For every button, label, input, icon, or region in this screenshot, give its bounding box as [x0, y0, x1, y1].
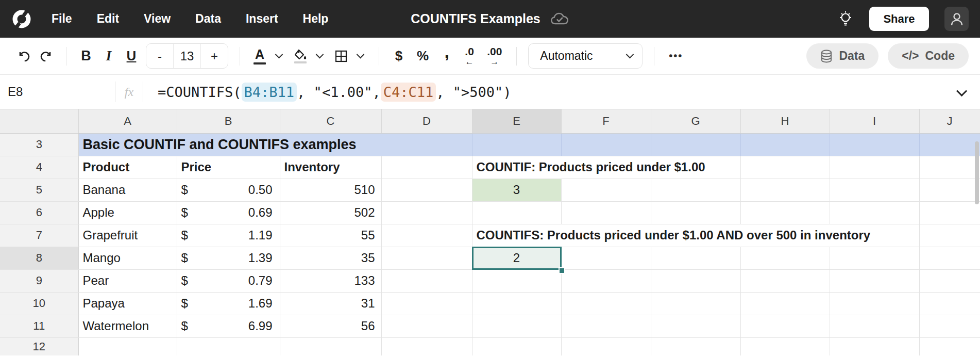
cell-J7[interactable]	[919, 224, 980, 247]
chevron-down-icon[interactable]	[275, 51, 283, 59]
menu-insert[interactable]: Insert	[246, 12, 278, 26]
row-header-4[interactable]: 4	[0, 156, 78, 179]
cell-B4[interactable]: Price	[177, 156, 280, 179]
cell-J6[interactable]	[919, 201, 980, 224]
cell-B7[interactable]: $1.19	[177, 224, 280, 247]
cell-H12[interactable]	[740, 337, 830, 355]
cell-D4[interactable]	[381, 156, 472, 179]
cell-H10[interactable]	[740, 292, 830, 315]
cell-A5[interactable]: Banana	[78, 179, 177, 201]
cell-C4[interactable]: Inventory	[280, 156, 381, 179]
cell-J10[interactable]	[919, 292, 980, 315]
tips-lightbulb-button[interactable]	[834, 8, 857, 30]
column-header-E[interactable]: E	[472, 109, 561, 133]
cell-A9[interactable]: Pear	[78, 269, 177, 292]
cell-I11[interactable]	[830, 315, 919, 337]
row-header-6[interactable]: 6	[0, 201, 78, 224]
cell-A4[interactable]: Product	[78, 156, 177, 179]
cell-H5[interactable]	[740, 179, 830, 201]
cell-E8-selected[interactable]: 2	[472, 247, 561, 269]
formula-bar-expand-chevron[interactable]	[956, 86, 967, 96]
cell-D11[interactable]	[381, 315, 472, 337]
text-color-button[interactable]: A	[248, 44, 271, 68]
menu-view[interactable]: View	[144, 12, 171, 26]
column-header-F[interactable]: F	[561, 109, 651, 133]
cell-D9[interactable]	[381, 269, 472, 292]
italic-button[interactable]: I	[97, 44, 120, 68]
cell-E4[interactable]: COUNTIF: Products priced under $1.00	[472, 156, 561, 179]
cell-B6[interactable]: $0.69	[177, 201, 280, 224]
chevron-down-icon[interactable]	[357, 51, 365, 59]
menu-help[interactable]: Help	[303, 12, 329, 26]
cell-D8[interactable]	[381, 247, 472, 269]
cell-B8[interactable]: $1.39	[177, 247, 280, 269]
comma-format-button[interactable]: ,	[435, 40, 458, 64]
cell-A3[interactable]: Basic COUNTIF and COUNTIFS examples	[78, 133, 177, 156]
cell-F3[interactable]	[561, 133, 651, 156]
cell-F8[interactable]	[561, 247, 651, 269]
cell-G8[interactable]	[651, 247, 740, 269]
cell-C8[interactable]: 35	[280, 247, 381, 269]
column-header-D[interactable]: D	[381, 109, 472, 133]
cell-E9[interactable]	[472, 269, 561, 292]
cell-E5[interactable]: 3	[472, 179, 561, 201]
cell-H11[interactable]	[740, 315, 830, 337]
menu-edit[interactable]: Edit	[97, 12, 119, 26]
menu-file[interactable]: File	[52, 12, 72, 26]
decrease-decimals-button[interactable]: .0 ←	[458, 44, 481, 68]
underline-button[interactable]: U	[120, 44, 143, 68]
cell-D6[interactable]	[381, 201, 472, 224]
cell-D5[interactable]	[381, 179, 472, 201]
column-header-B[interactable]: B	[177, 109, 280, 133]
vertical-scrollbar-thumb[interactable]	[975, 141, 979, 204]
cell-A12[interactable]	[78, 337, 177, 355]
cell-F5[interactable]	[561, 179, 651, 201]
cell-H8[interactable]	[740, 247, 830, 269]
cell-J4[interactable]	[919, 156, 980, 179]
number-format-dropdown[interactable]: Automatic	[528, 43, 643, 69]
formula-input[interactable]: =COUNTIFS(B4:B11, "<1.00", C4:C11, ">500…	[158, 83, 512, 102]
fill-handle[interactable]	[559, 267, 565, 274]
cell-I3[interactable]	[830, 133, 919, 156]
menu-data[interactable]: Data	[195, 12, 221, 26]
data-panel-button[interactable]: Data	[806, 43, 878, 69]
cell-D10[interactable]	[381, 292, 472, 315]
cell-G10[interactable]	[651, 292, 740, 315]
cell-I10[interactable]	[830, 292, 919, 315]
cell-C5[interactable]: 510	[280, 179, 381, 201]
borders-button[interactable]	[330, 44, 352, 68]
cell-E12[interactable]	[472, 337, 561, 355]
cell-B11[interactable]: $6.99	[177, 315, 280, 337]
cell-B5[interactable]: $0.50	[177, 179, 280, 201]
row-header-3[interactable]: 3	[0, 133, 78, 156]
row-header-11[interactable]: 11	[0, 315, 78, 337]
cell-I6[interactable]	[830, 201, 919, 224]
row-header-10[interactable]: 10	[0, 292, 78, 315]
cell-I5[interactable]	[830, 179, 919, 201]
cell-G11[interactable]	[651, 315, 740, 337]
cell-D7[interactable]	[381, 224, 472, 247]
row-header-9[interactable]: 9	[0, 269, 78, 292]
cell-J9[interactable]	[919, 269, 980, 292]
cell-G5[interactable]	[651, 179, 740, 201]
column-header-I[interactable]: I	[830, 109, 919, 133]
cell-E3[interactable]	[472, 133, 561, 156]
cell-C9[interactable]: 133	[280, 269, 381, 292]
row-header-7[interactable]: 7	[0, 224, 78, 247]
cell-B9[interactable]: $0.79	[177, 269, 280, 292]
font-size-increase-button[interactable]: +	[201, 44, 228, 68]
redo-button[interactable]	[35, 44, 58, 68]
cell-E11[interactable]	[472, 315, 561, 337]
cell-D12[interactable]	[381, 337, 472, 355]
cell-F9[interactable]	[561, 269, 651, 292]
row-header-12[interactable]: 12	[0, 337, 78, 355]
cell-J11[interactable]	[919, 315, 980, 337]
document-title[interactable]: COUNTIFS Examples	[411, 11, 540, 26]
row-header-8[interactable]: 8	[0, 247, 78, 269]
column-header-G[interactable]: G	[651, 109, 740, 133]
cell-H9[interactable]	[740, 269, 830, 292]
cell-J12[interactable]	[919, 337, 980, 355]
cell-I8[interactable]	[830, 247, 919, 269]
cell-H4[interactable]	[740, 156, 830, 179]
cell-D3[interactable]	[381, 133, 472, 156]
